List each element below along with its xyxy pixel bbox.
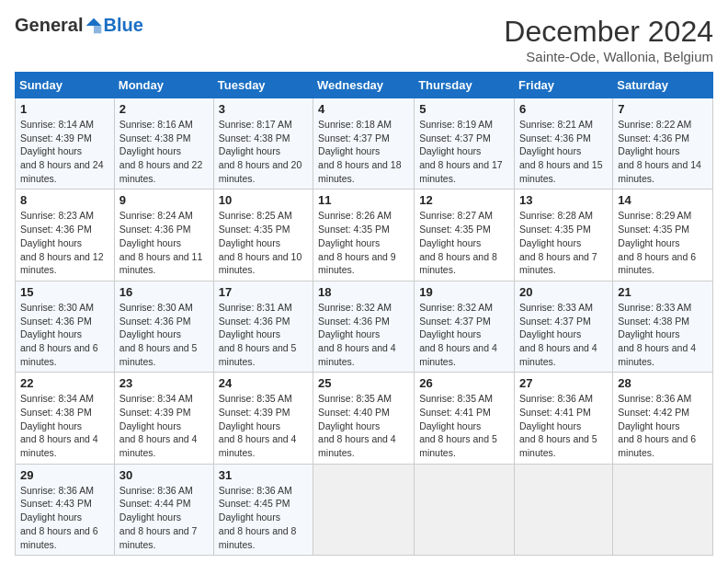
calendar-weekday-saturday: Saturday bbox=[613, 73, 713, 98]
day-info: Sunrise: 8:35 AMSunset: 4:39 PMDaylight … bbox=[219, 393, 297, 458]
calendar-cell: 11 Sunrise: 8:26 AMSunset: 4:35 PMDaylig… bbox=[313, 190, 415, 281]
day-info: Sunrise: 8:16 AMSunset: 4:38 PMDaylight … bbox=[119, 119, 203, 184]
calendar-cell: 14 Sunrise: 8:29 AMSunset: 4:35 PMDaylig… bbox=[613, 190, 713, 281]
day-number: 12 bbox=[419, 193, 509, 207]
day-info: Sunrise: 8:34 AMSunset: 4:39 PMDaylight … bbox=[119, 393, 198, 458]
calendar-cell: 29 Sunrise: 8:36 AMSunset: 4:43 PMDaylig… bbox=[16, 464, 115, 555]
calendar-cell: 18 Sunrise: 8:32 AMSunset: 4:36 PMDaylig… bbox=[313, 281, 415, 372]
day-info: Sunrise: 8:27 AMSunset: 4:35 PMDaylight … bbox=[419, 210, 497, 275]
calendar-cell bbox=[613, 464, 713, 555]
calendar-cell: 2 Sunrise: 8:16 AMSunset: 4:38 PMDayligh… bbox=[114, 98, 213, 190]
day-info: Sunrise: 8:18 AMSunset: 4:37 PMDaylight … bbox=[318, 119, 402, 184]
logo-icon bbox=[85, 17, 103, 35]
day-number: 13 bbox=[519, 193, 608, 207]
day-number: 15 bbox=[20, 285, 109, 299]
calendar-weekday-thursday: Thursday bbox=[415, 73, 515, 98]
day-number: 23 bbox=[119, 376, 209, 390]
day-info: Sunrise: 8:21 AMSunset: 4:36 PMDaylight … bbox=[519, 119, 603, 184]
calendar-week-row: 1 Sunrise: 8:14 AMSunset: 4:39 PMDayligh… bbox=[16, 98, 713, 190]
calendar-cell: 21 Sunrise: 8:33 AMSunset: 4:38 PMDaylig… bbox=[613, 281, 713, 372]
calendar-cell: 6 Sunrise: 8:21 AMSunset: 4:36 PMDayligh… bbox=[515, 98, 613, 190]
day-info: Sunrise: 8:35 AMSunset: 4:40 PMDaylight … bbox=[318, 393, 396, 458]
calendar-cell: 17 Sunrise: 8:31 AMSunset: 4:36 PMDaylig… bbox=[213, 281, 313, 372]
day-number: 28 bbox=[618, 376, 708, 390]
day-info: Sunrise: 8:25 AMSunset: 4:35 PMDaylight … bbox=[219, 210, 302, 275]
calendar-cell: 15 Sunrise: 8:30 AMSunset: 4:36 PMDaylig… bbox=[16, 281, 115, 372]
calendar-weekday-monday: Monday bbox=[114, 73, 213, 98]
day-number: 22 bbox=[20, 376, 109, 390]
calendar-cell: 27 Sunrise: 8:36 AMSunset: 4:41 PMDaylig… bbox=[515, 373, 613, 464]
svg-marker-0 bbox=[86, 17, 102, 25]
calendar-cell bbox=[515, 464, 613, 555]
day-info: Sunrise: 8:29 AMSunset: 4:35 PMDaylight … bbox=[618, 210, 696, 275]
day-number: 24 bbox=[219, 376, 308, 390]
calendar-cell: 9 Sunrise: 8:24 AMSunset: 4:36 PMDayligh… bbox=[114, 190, 213, 281]
calendar-header-row: SundayMondayTuesdayWednesdayThursdayFrid… bbox=[16, 73, 713, 98]
calendar-weekday-sunday: Sunday bbox=[16, 73, 115, 98]
calendar-cell: 26 Sunrise: 8:35 AMSunset: 4:41 PMDaylig… bbox=[415, 373, 515, 464]
calendar-weekday-tuesday: Tuesday bbox=[213, 73, 313, 98]
calendar-cell: 5 Sunrise: 8:19 AMSunset: 4:37 PMDayligh… bbox=[415, 98, 515, 190]
calendar-cell: 12 Sunrise: 8:27 AMSunset: 4:35 PMDaylig… bbox=[415, 190, 515, 281]
day-number: 17 bbox=[219, 285, 308, 299]
day-number: 1 bbox=[20, 102, 109, 116]
day-info: Sunrise: 8:32 AMSunset: 4:37 PMDaylight … bbox=[419, 302, 497, 367]
calendar-cell: 24 Sunrise: 8:35 AMSunset: 4:39 PMDaylig… bbox=[213, 373, 313, 464]
calendar-cell: 1 Sunrise: 8:14 AMSunset: 4:39 PMDayligh… bbox=[16, 98, 115, 190]
day-number: 25 bbox=[318, 376, 409, 390]
calendar-cell: 19 Sunrise: 8:32 AMSunset: 4:37 PMDaylig… bbox=[415, 281, 515, 372]
day-number: 30 bbox=[119, 468, 209, 482]
day-number: 10 bbox=[219, 193, 308, 207]
day-number: 11 bbox=[318, 193, 409, 207]
page-title: December 2024 bbox=[504, 15, 713, 49]
day-info: Sunrise: 8:28 AMSunset: 4:35 PMDaylight … bbox=[519, 210, 597, 275]
calendar-cell: 8 Sunrise: 8:23 AMSunset: 4:36 PMDayligh… bbox=[16, 190, 115, 281]
day-info: Sunrise: 8:30 AMSunset: 4:36 PMDaylight … bbox=[119, 302, 198, 367]
day-number: 21 bbox=[618, 285, 708, 299]
calendar-cell: 10 Sunrise: 8:25 AMSunset: 4:35 PMDaylig… bbox=[213, 190, 313, 281]
day-info: Sunrise: 8:23 AMSunset: 4:36 PMDaylight … bbox=[20, 210, 104, 275]
calendar-weekday-wednesday: Wednesday bbox=[313, 73, 415, 98]
calendar-cell: 22 Sunrise: 8:34 AMSunset: 4:38 PMDaylig… bbox=[16, 373, 115, 464]
calendar-table: SundayMondayTuesdayWednesdayThursdayFrid… bbox=[15, 72, 713, 556]
calendar-week-row: 22 Sunrise: 8:34 AMSunset: 4:38 PMDaylig… bbox=[16, 373, 713, 464]
day-number: 19 bbox=[419, 285, 509, 299]
day-number: 6 bbox=[519, 102, 608, 116]
day-info: Sunrise: 8:19 AMSunset: 4:37 PMDaylight … bbox=[419, 119, 503, 184]
calendar-cell: 28 Sunrise: 8:36 AMSunset: 4:42 PMDaylig… bbox=[613, 373, 713, 464]
calendar-weekday-friday: Friday bbox=[515, 73, 613, 98]
day-info: Sunrise: 8:35 AMSunset: 4:41 PMDaylight … bbox=[419, 393, 497, 458]
page-header: General Blue December 2024 Sainte-Ode, W… bbox=[15, 15, 713, 64]
logo: General Blue bbox=[15, 15, 143, 36]
day-number: 14 bbox=[618, 193, 708, 207]
day-info: Sunrise: 8:14 AMSunset: 4:39 PMDaylight … bbox=[20, 119, 104, 184]
day-number: 9 bbox=[119, 193, 209, 207]
day-info: Sunrise: 8:26 AMSunset: 4:35 PMDaylight … bbox=[318, 210, 396, 275]
calendar-cell: 4 Sunrise: 8:18 AMSunset: 4:37 PMDayligh… bbox=[313, 98, 415, 190]
calendar-cell: 7 Sunrise: 8:22 AMSunset: 4:36 PMDayligh… bbox=[613, 98, 713, 190]
day-number: 16 bbox=[119, 285, 209, 299]
calendar-cell bbox=[313, 464, 415, 555]
calendar-week-row: 8 Sunrise: 8:23 AMSunset: 4:36 PMDayligh… bbox=[16, 190, 713, 281]
calendar-cell: 25 Sunrise: 8:35 AMSunset: 4:40 PMDaylig… bbox=[313, 373, 415, 464]
day-number: 4 bbox=[318, 102, 409, 116]
calendar-cell: 16 Sunrise: 8:30 AMSunset: 4:36 PMDaylig… bbox=[114, 281, 213, 372]
title-section: December 2024 Sainte-Ode, Wallonia, Belg… bbox=[504, 15, 713, 64]
day-number: 31 bbox=[219, 468, 308, 482]
calendar-week-row: 15 Sunrise: 8:30 AMSunset: 4:36 PMDaylig… bbox=[16, 281, 713, 372]
calendar-cell: 31 Sunrise: 8:36 AMSunset: 4:45 PMDaylig… bbox=[213, 464, 313, 555]
day-info: Sunrise: 8:36 AMSunset: 4:43 PMDaylight … bbox=[20, 485, 98, 550]
day-info: Sunrise: 8:33 AMSunset: 4:38 PMDaylight … bbox=[618, 302, 696, 367]
day-number: 8 bbox=[20, 193, 109, 207]
day-info: Sunrise: 8:32 AMSunset: 4:36 PMDaylight … bbox=[318, 302, 396, 367]
calendar-cell: 3 Sunrise: 8:17 AMSunset: 4:38 PMDayligh… bbox=[213, 98, 313, 190]
day-number: 3 bbox=[219, 102, 308, 116]
day-info: Sunrise: 8:30 AMSunset: 4:36 PMDaylight … bbox=[20, 302, 98, 367]
day-info: Sunrise: 8:36 AMSunset: 4:44 PMDaylight … bbox=[119, 485, 198, 550]
page-subtitle: Sainte-Ode, Wallonia, Belgium bbox=[504, 49, 713, 64]
day-info: Sunrise: 8:24 AMSunset: 4:36 PMDaylight … bbox=[119, 210, 203, 275]
day-info: Sunrise: 8:31 AMSunset: 4:36 PMDaylight … bbox=[219, 302, 297, 367]
day-number: 29 bbox=[20, 468, 109, 482]
day-number: 5 bbox=[419, 102, 509, 116]
day-number: 26 bbox=[419, 376, 509, 390]
